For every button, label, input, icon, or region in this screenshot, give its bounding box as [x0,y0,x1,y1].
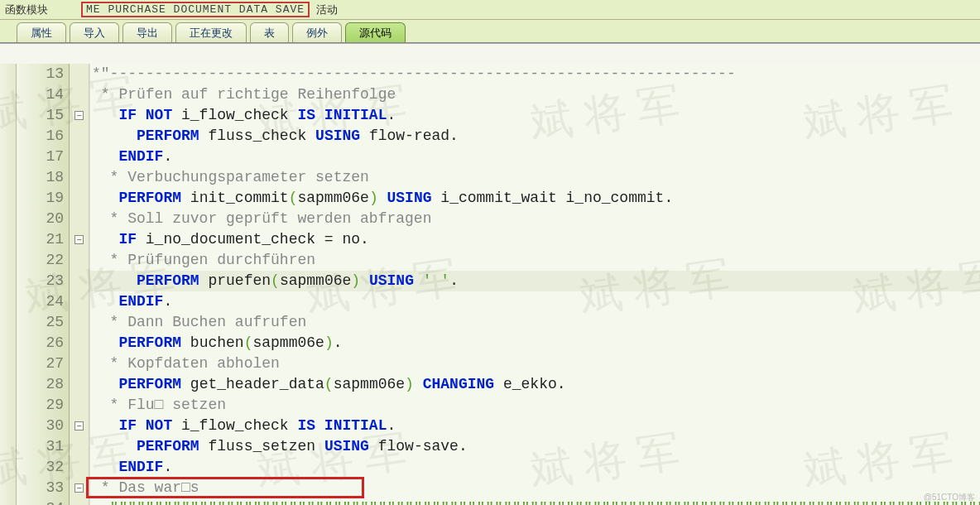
code-line[interactable]: ENDIF. [90,457,980,478]
line-number: 22 [17,250,69,271]
tab-tables[interactable]: 表 [250,22,289,42]
tab-attributes[interactable]: 属性 [17,22,66,42]
line-number: 18 [17,167,69,188]
tab-exceptions[interactable]: 例外 [292,22,342,42]
fold-marker[interactable]: − [70,105,89,126]
line-number: 23 [17,271,69,291]
line-number: 25 [17,312,69,333]
code-line[interactable]: * Das war□s [90,478,980,498]
fold-marker[interactable] [70,64,89,84]
line-number: 34 [17,498,69,505]
function-name-box: ME PURCHASE DOCUMENT DATA SAVE [81,2,310,17]
fold-marker[interactable] [70,354,89,374]
tab-sourcecode[interactable]: 源代码 [345,22,406,42]
header-label: 函数模块 [5,2,48,17]
tab-changing[interactable]: 正在更改 [175,22,247,42]
code-line[interactable]: * Kopfdaten abholen [90,354,980,374]
line-number: 15 [17,105,69,126]
fold-marker[interactable] [70,436,89,457]
fold-marker[interactable] [70,188,89,209]
code-line[interactable]: PERFORM get_header_data(sapmm06e) CHANGI… [90,374,980,395]
code-editor[interactable]: 1314151617181920212223242526272829303132… [0,43,980,505]
fold-marker[interactable] [70,126,89,147]
tab-export[interactable]: 导出 [122,22,172,42]
code-line[interactable]: ENDIF. [90,291,980,312]
fold-marker[interactable] [70,167,89,188]
code-line[interactable]: PERFORM init_commit(sapmm06e) USING i_co… [90,188,980,209]
line-number: 29 [17,395,69,416]
line-number: 28 [17,374,69,395]
fold-marker[interactable]: − [70,229,89,250]
fold-marker[interactable] [70,374,89,395]
code-content[interactable]: *"--------------------------------------… [89,64,980,505]
fold-marker[interactable] [70,250,89,271]
header-bar: 函数模块 ME PURCHASE DOCUMENT DATA SAVE 活动 [0,0,980,20]
tabs-bar: 属性 导入 导出 正在更改 表 例外 源代码 [0,20,980,43]
code-line[interactable]: * Dann Buchen aufrufen [90,312,980,333]
code-line[interactable]: PERFORM pruefen(sapmm06e) USING ' '. [90,271,980,291]
fold-marker[interactable] [70,147,89,167]
line-number: 33 [17,478,69,498]
code-line[interactable]: * Prüfen auf richtige Reihenfolge [90,84,980,105]
fold-marker[interactable]: − [70,478,89,498]
outline-gutter [0,64,17,505]
code-line[interactable]: PERFORM fluss_setzen USING flow-save. [90,436,980,457]
code-line[interactable]: IF NOT i_flow_check IS INITIAL. [90,105,980,126]
line-number: 21 [17,229,69,250]
code-line[interactable]: * Prüfungen durchführen [90,250,980,271]
line-number: 30 [17,416,69,436]
line-number: 13 [17,64,69,84]
code-line[interactable]: IF i_no_document_check = no. [90,229,980,250]
line-number-gutter: 1314151617181920212223242526272829303132… [17,64,70,505]
fold-marker[interactable]: − [70,416,89,436]
fold-marker[interactable] [70,333,89,354]
line-number: 32 [17,457,69,478]
line-number: 27 [17,354,69,374]
fold-marker[interactable] [70,271,89,291]
line-number: 20 [17,209,69,229]
fold-marker[interactable] [70,209,89,229]
line-number: 19 [17,188,69,209]
code-line[interactable]: ENDIF. [90,147,980,167]
fold-marker[interactable] [70,457,89,478]
fold-marker[interactable] [70,291,89,312]
line-number: 14 [17,84,69,105]
line-number: 24 [17,291,69,312]
code-line[interactable]: * Verbuchungsparameter setzen [90,167,980,188]
fold-marker[interactable] [70,84,89,105]
code-line[interactable]: IF NOT i_flow_check IS INITIAL. [90,416,980,436]
line-number: 31 [17,436,69,457]
code-line[interactable]: *"--------------------------------------… [90,64,980,84]
line-number: 17 [17,147,69,167]
code-line[interactable]: * Soll zuvor geprüft werden abfragen [90,209,980,229]
footer-attribution: @51CTO博客 [924,492,975,503]
code-line[interactable]: PERFORM buchen(sapmm06e). [90,333,980,354]
line-number: 26 [17,333,69,354]
code-line[interactable]: * Flu□ setzen [90,395,980,416]
line-number: 16 [17,126,69,147]
fold-gutter[interactable]: −−−−− [70,64,89,505]
fold-marker[interactable] [70,312,89,333]
fold-marker[interactable] [70,395,89,416]
header-status: 活动 [316,2,338,17]
code-line[interactable]: """"""""""""""""""""""""""""""""""""""""… [90,498,980,505]
code-line[interactable]: PERFORM fluss_check USING flow-read. [90,126,980,147]
fold-marker[interactable] [70,498,89,505]
tab-import[interactable]: 导入 [70,22,119,42]
